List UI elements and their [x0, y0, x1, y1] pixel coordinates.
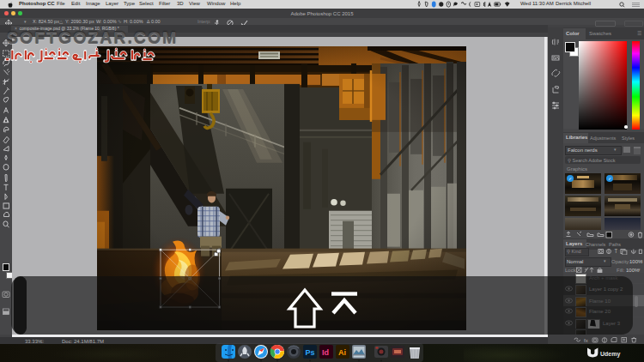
svg-text:fx: fx [584, 338, 588, 343]
svg-text:Id: Id [322, 348, 329, 357]
svg-text:T: T [615, 248, 618, 254]
svg-text:Udemy: Udemy [600, 351, 620, 358]
svg-text:Ai: Ai [338, 348, 346, 357]
svg-text:Ps: Ps [306, 348, 315, 357]
